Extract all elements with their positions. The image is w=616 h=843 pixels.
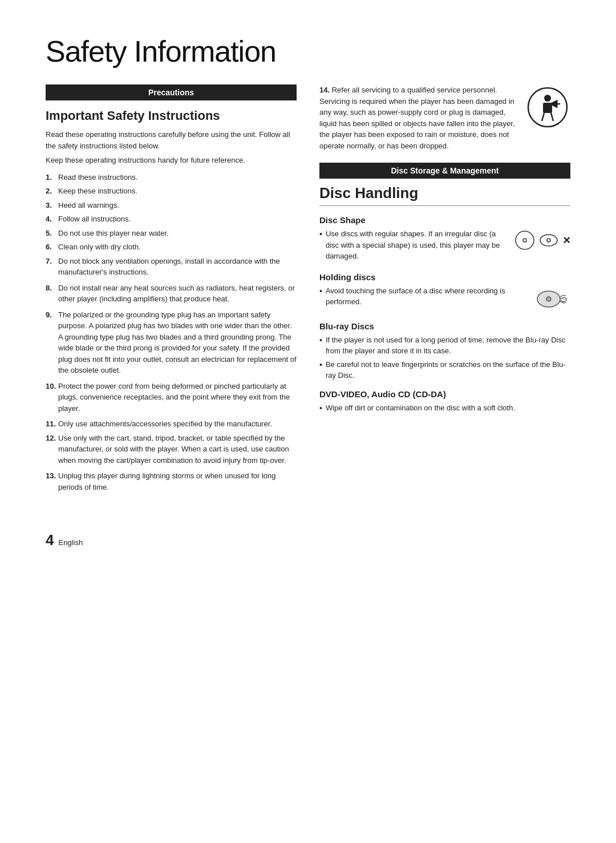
language-label: English xyxy=(58,538,83,547)
bluray-section: Blu-ray Discs If the player is not used … xyxy=(319,321,570,381)
safety-item-8: 8.Do not install near any heat sources s… xyxy=(46,283,297,305)
page-number: 4 xyxy=(46,531,54,549)
dvd-bullet: Wipe off dirt or contamination on the di… xyxy=(326,402,515,414)
disc-shape-section: Disc Shape Use discs with regular shapes… xyxy=(319,215,570,264)
disc-handling-title: Disc Handling xyxy=(319,184,570,206)
bluray-title: Blu-ray Discs xyxy=(319,321,570,331)
precautions-header: Precautions xyxy=(46,84,297,100)
important-safety-title: Important Safety Instructions xyxy=(46,108,297,123)
safety-item-1: 1.Read these instructions. xyxy=(46,172,297,183)
safety-item-5: 5.Do not use this player near water. xyxy=(46,228,297,239)
dvd-title: DVD-VIDEO, Audio CD (CD-DA) xyxy=(319,389,570,399)
safety-item-9: 9.The polarized or the grounding type pl… xyxy=(46,309,297,376)
safety-item-10: 10.Protect the power cord from being def… xyxy=(46,381,297,414)
right-column: 14. Refer all servicing to a qualified s… xyxy=(319,84,570,497)
intro-text-2: Keep these operating instructions handy … xyxy=(46,155,297,166)
disc-shape-title: Disc Shape xyxy=(319,215,570,225)
safety-item-2: 2.Keep these instructions. xyxy=(46,185,297,197)
holding-discs-section: Holding discs Avoid touching the surface… xyxy=(319,272,570,313)
disc-shape-icons: × xyxy=(514,228,570,251)
disc-shape-bullet: Use discs with regular shapes. If an irr… xyxy=(326,228,508,262)
holding-discs-title: Holding discs xyxy=(319,272,570,282)
svg-point-11 xyxy=(546,297,551,301)
svg-point-6 xyxy=(516,231,534,249)
intro-text-1: Read these operating instructions carefu… xyxy=(46,129,297,151)
bluray-bullet2: Be careful not to leave fingerprints or … xyxy=(326,359,570,381)
servicing-icon xyxy=(525,84,570,151)
disc-storage-header: Disc Storage & Management xyxy=(319,163,570,179)
safety-item-7: 7.Do not block any ventilation openings,… xyxy=(46,256,297,278)
left-column: Precautions Important Safety Instruction… xyxy=(46,84,297,497)
holding-disc-icon xyxy=(532,285,570,313)
safety-item-3: 3.Heed all warnings. xyxy=(46,200,297,211)
dvd-section: DVD-VIDEO, Audio CD (CD-DA) Wipe off dir… xyxy=(319,389,570,414)
safety-item-11: 11.Only use attachments/accessories spec… xyxy=(46,418,297,430)
safety-item-4: 4.Follow all instructions. xyxy=(46,213,297,225)
svg-line-5 xyxy=(551,113,553,121)
page-title: Safety Information xyxy=(46,34,570,68)
item14-num: 14. xyxy=(319,86,330,94)
svg-point-8 xyxy=(540,235,557,246)
svg-point-1 xyxy=(544,95,551,102)
holding-discs-bullet: Avoid touching the surface of a disc whe… xyxy=(326,285,526,308)
item14-content: Refer all servicing to a qualified servi… xyxy=(319,86,515,150)
svg-point-7 xyxy=(523,239,526,242)
safety-item-12: 12.Use only with the cart, stand, tripod… xyxy=(46,433,297,466)
safety-item-6: 6.Clean only with dry cloth. xyxy=(46,241,297,253)
svg-line-4 xyxy=(542,113,544,121)
safety-item-13: 13.Unplug this player during lightning s… xyxy=(46,470,297,493)
svg-rect-2 xyxy=(543,103,552,113)
bluray-bullet1: If the player is not used for a long per… xyxy=(326,334,570,357)
safety-instructions-list: 1.Read these instructions.2.Keep these i… xyxy=(46,172,297,493)
footer: 4 English xyxy=(46,531,570,549)
item14-text: 14. Refer all servicing to a qualified s… xyxy=(319,84,519,151)
item14-block: 14. Refer all servicing to a qualified s… xyxy=(319,84,570,151)
svg-point-9 xyxy=(547,239,550,242)
